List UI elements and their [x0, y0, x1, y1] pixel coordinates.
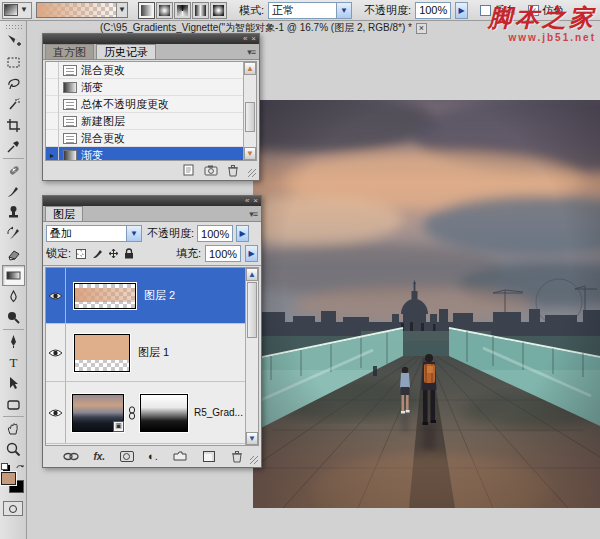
- smart-object-thumbnail[interactable]: ▣: [72, 394, 124, 432]
- layer-style-button[interactable]: fx.: [93, 451, 105, 462]
- layer-visibility-toggle[interactable]: [46, 324, 66, 381]
- magic-wand-tool[interactable]: [2, 94, 25, 115]
- swap-colors-icon[interactable]: [16, 463, 25, 471]
- history-source-well[interactable]: [46, 113, 59, 130]
- layer-thumbnail[interactable]: [74, 334, 130, 372]
- lock-pixels-icon[interactable]: [91, 248, 103, 260]
- layer-opacity-input[interactable]: 100%: [197, 225, 233, 242]
- layer-row-selected[interactable]: 图层 2: [46, 268, 258, 324]
- history-brush-tool[interactable]: [2, 223, 25, 244]
- gradient-preset-picker[interactable]: ▼: [2, 2, 32, 19]
- resize-grip[interactable]: [248, 169, 256, 177]
- lock-position-icon[interactable]: [107, 248, 119, 260]
- layer-row[interactable]: ▣ R5_Grad...: [46, 382, 258, 444]
- history-scrollbar[interactable]: ▲ ▼: [243, 62, 256, 160]
- foreground-color-swatch[interactable]: [1, 472, 16, 485]
- history-source-well[interactable]: [46, 130, 59, 147]
- history-state-row[interactable]: 混合更改: [46, 62, 256, 79]
- history-source-well[interactable]: [46, 96, 59, 113]
- layer-blend-mode-dropdown[interactable]: 叠加 ▼: [46, 225, 142, 242]
- hand-tool[interactable]: [2, 418, 25, 439]
- gradient-tool[interactable]: [2, 265, 25, 286]
- layer-mask-thumbnail[interactable]: [140, 394, 188, 432]
- quick-mask-button[interactable]: [3, 501, 23, 516]
- history-state-row[interactable]: 总体不透明度更改: [46, 96, 256, 113]
- eraser-tool[interactable]: [2, 244, 25, 265]
- healing-brush-tool[interactable]: [2, 160, 25, 181]
- delete-layer-trash-button[interactable]: [229, 450, 245, 463]
- collapse-icon[interactable]: «: [243, 35, 247, 43]
- layer-visibility-toggle[interactable]: [46, 382, 66, 443]
- diamond-gradient-button[interactable]: [210, 2, 227, 19]
- marquee-tool[interactable]: [2, 52, 25, 73]
- history-panel-titlebar[interactable]: « ×: [43, 34, 259, 44]
- dither-checkbox[interactable]: ✓: [528, 5, 539, 16]
- default-colors-icon[interactable]: [1, 463, 8, 470]
- reflected-gradient-button[interactable]: [192, 2, 209, 19]
- gradient-editor-well[interactable]: ▼: [36, 2, 128, 18]
- layer-visibility-toggle[interactable]: [46, 268, 66, 323]
- type-tool[interactable]: T: [2, 352, 25, 373]
- history-state-row[interactable]: 混合更改: [46, 130, 256, 147]
- link-layers-button[interactable]: [63, 450, 79, 463]
- adjustment-layer-button[interactable]: ◐.: [148, 451, 158, 462]
- toolbox-grip[interactable]: [5, 24, 22, 29]
- shape-tool[interactable]: [2, 394, 25, 415]
- radial-gradient-button[interactable]: [156, 2, 173, 19]
- lasso-tool[interactable]: [2, 73, 25, 94]
- history-state-row[interactable]: 新建图层: [46, 113, 256, 130]
- blur-tool[interactable]: [2, 286, 25, 307]
- opacity-slider-button[interactable]: ▶: [455, 2, 468, 19]
- canvas-image[interactable]: [253, 100, 600, 508]
- layer-fill-slider-button[interactable]: ▶: [245, 245, 258, 262]
- scrollbar-thumb[interactable]: [247, 282, 257, 338]
- angle-gradient-button[interactable]: [174, 2, 191, 19]
- scroll-up-icon[interactable]: ▲: [246, 268, 258, 281]
- new-group-button[interactable]: [172, 450, 188, 463]
- document-close-button[interactable]: ×: [416, 23, 427, 34]
- zoom-tool[interactable]: [2, 439, 25, 460]
- panel-menu-icon[interactable]: ▾≡: [249, 209, 257, 219]
- blend-mode-dropdown[interactable]: 正常 ▼: [268, 2, 352, 19]
- history-state-row[interactable]: 渐变: [46, 79, 256, 96]
- scrollbar-thumb[interactable]: [245, 102, 255, 132]
- close-icon[interactable]: ×: [251, 35, 256, 43]
- new-snapshot-button[interactable]: [203, 164, 219, 177]
- opacity-input[interactable]: 100%: [415, 2, 451, 19]
- linear-gradient-button[interactable]: [138, 2, 155, 19]
- brush-tool[interactable]: [2, 181, 25, 202]
- panel-menu-icon[interactable]: ▾≡: [247, 47, 255, 57]
- layer-opacity-slider-button[interactable]: ▶: [236, 225, 249, 242]
- new-layer-button[interactable]: [203, 451, 215, 462]
- history-source-well[interactable]: [46, 62, 59, 79]
- new-document-from-state-button[interactable]: [181, 164, 197, 177]
- tab-history[interactable]: 历史记录: [96, 44, 156, 59]
- scroll-up-icon[interactable]: ▲: [244, 62, 256, 75]
- add-layer-mask-button[interactable]: [120, 451, 134, 462]
- close-icon[interactable]: ×: [253, 197, 258, 205]
- history-source-well[interactable]: [46, 79, 59, 96]
- crop-tool[interactable]: [2, 115, 25, 136]
- lock-transparency-icon[interactable]: [75, 248, 87, 260]
- history-state-row-selected[interactable]: ▸渐变: [46, 147, 256, 161]
- scroll-down-icon[interactable]: ▼: [246, 432, 258, 445]
- pen-tool[interactable]: [2, 331, 25, 352]
- layer-thumbnail[interactable]: [74, 283, 136, 309]
- delete-state-trash-button[interactable]: [225, 164, 241, 177]
- collapse-icon[interactable]: «: [245, 197, 249, 205]
- path-selection-tool[interactable]: [2, 373, 25, 394]
- dodge-tool[interactable]: [2, 307, 25, 328]
- layer-mask-link-icon[interactable]: [128, 406, 136, 420]
- move-tool[interactable]: [2, 31, 25, 52]
- layer-row[interactable]: 图层 1: [46, 324, 258, 382]
- resize-grip[interactable]: [250, 456, 258, 464]
- layers-scrollbar[interactable]: ▲ ▼: [245, 268, 258, 445]
- eyedropper-tool[interactable]: [2, 136, 25, 157]
- tab-layers[interactable]: 图层: [45, 206, 83, 221]
- gradient-picker-arrow[interactable]: ▼: [116, 3, 127, 17]
- clone-stamp-tool[interactable]: [2, 202, 25, 223]
- tab-histogram[interactable]: 直方图: [45, 44, 94, 59]
- scroll-down-icon[interactable]: ▼: [244, 147, 256, 160]
- lock-all-icon[interactable]: [123, 248, 135, 260]
- layer-fill-input[interactable]: 100%: [205, 245, 241, 262]
